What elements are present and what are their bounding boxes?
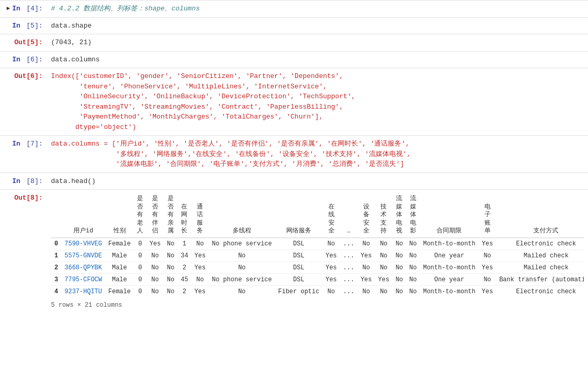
table-cell: 2 (177, 285, 191, 297)
cell-gutter-out-8: Out[8]: (0, 190, 47, 312)
table-cell: 7795-CFOCW (61, 273, 105, 285)
output-6-line-3: 'StreamingTV', 'StreamingMovies', 'Contr… (51, 102, 584, 112)
cell-in-5: In [5]: data.shape (0, 17, 588, 34)
in-label-4: In (12, 5, 20, 12)
col-header-phone: 通话服务 (191, 193, 209, 238)
table-cell: 2 (177, 262, 191, 273)
cell-gutter-out-5: Out[5]: (0, 34, 47, 51)
table-cell: Yes (357, 250, 375, 262)
table-cell: Mailed check (496, 262, 584, 273)
cell-out-8: Out[8]: 用户id 性别 是否有老人 是否有伴侣 是否有亲属 在网时长 (0, 189, 588, 312)
table-cell: Yes (479, 238, 496, 250)
output-6-line-4: 'PaymentMethod', 'MonthlyCharges', 'Tota… (51, 112, 584, 122)
table-cell: No (392, 285, 406, 297)
table-cell: No (209, 250, 275, 262)
run-arrow-4[interactable]: ▶ (7, 5, 10, 11)
cell-gutter-4: ▶ In [4]: (0, 1, 47, 17)
cell-content-out-8: 用户id 性别 是否有老人 是否有伴侣 是否有亲属 在网时长 通话服务 多线程 … (47, 190, 588, 312)
table-cell: Male (105, 262, 134, 273)
cell-in-8: In [8]: data.head() (0, 173, 588, 190)
table-cell: No (375, 238, 393, 250)
table-row: 49237-HQITUFemale0NoNo2YesNoFiber opticN… (51, 285, 584, 297)
table-cell: 0 (134, 238, 146, 250)
table-cell: Yes (375, 273, 393, 285)
table-cell: No (323, 238, 340, 250)
table-cell: Month-to-month (420, 238, 479, 250)
row-count: 5 rows × 21 columns (51, 302, 584, 309)
col-header-onlinesec: 在线安全 (323, 193, 340, 238)
table-cell: No (146, 250, 164, 262)
code-7-line-0: data.columns = ['用户id', '性别', '是否老人', '是… (51, 139, 584, 149)
col-header-internet: 网络服务 (275, 193, 322, 238)
table-cell: Yes (323, 262, 340, 273)
table-cell: Yes (357, 273, 375, 285)
output-5: (7043, 21) (51, 37, 584, 48)
cell-content-7: data.columns = ['用户id', '性别', '是否老人', '是… (47, 136, 588, 173)
table-cell: No (375, 262, 393, 273)
notebook: ▶ In [4]: # 4.2.2 数据结构、列标签：shape、columns… (0, 0, 588, 312)
table-cell: 0 (134, 250, 146, 262)
table-header-row: 用户id 性别 是否有老人 是否有伴侣 是否有亲属 在网时长 通话服务 多线程 … (51, 193, 584, 238)
table-cell: Yes (146, 238, 164, 250)
cell-gutter-8: In [8]: (0, 173, 47, 190)
table-cell: No (146, 273, 164, 285)
table-cell: No (191, 273, 209, 285)
cell-number-8: [8]: (22, 177, 43, 185)
col-header-multiline: 多线程 (209, 193, 275, 238)
table-cell: No (406, 250, 420, 262)
cell-gutter-5: In [5]: (0, 18, 47, 34)
table-cell: Female (105, 238, 134, 250)
cell-content-out-5: (7043, 21) (47, 34, 588, 51)
in-label-5: In (12, 22, 20, 30)
table-cell: 4 (51, 285, 61, 297)
cell-out-6: Out[6]: Index(['customerID', 'gender', '… (0, 68, 588, 135)
col-header-tech: 技术支持 (375, 193, 393, 238)
table-cell: One year (420, 273, 479, 285)
table-cell: 0 (134, 262, 146, 273)
col-header-dependents: 是否有亲属 (164, 193, 177, 238)
table-cell: No (357, 238, 375, 250)
code-comment-4: # 4.2.2 数据结构、列标签：shape、columns (51, 4, 584, 14)
table-cell: Yes (479, 262, 496, 273)
col-header-payment: 支付方式 (496, 193, 584, 238)
table-cell: ... (340, 238, 357, 250)
table-cell: Bank transfer (automatic) (496, 273, 584, 285)
table-cell: Male (105, 250, 134, 262)
table-cell: 2 (51, 262, 61, 273)
code-6: data.columns (51, 55, 584, 65)
table-cell: No phone service (209, 273, 275, 285)
table-cell: DSL (275, 273, 322, 285)
cell-out-5: Out[5]: (7043, 21) (0, 34, 588, 51)
table-cell: DSL (275, 250, 322, 262)
cell-gutter-out-6: Out[6]: (0, 68, 47, 135)
col-header-ellipsis: … (340, 193, 357, 238)
table-cell: 0 (134, 285, 146, 297)
cell-in-7: In [7]: data.columns = ['用户id', '性别', '是… (0, 135, 588, 173)
table-cell: No (392, 273, 406, 285)
cell-in-6: In [6]: data.columns (0, 51, 588, 68)
cell-content-4: # 4.2.2 数据结构、列标签：shape、columns (47, 1, 588, 17)
table-cell: 9237-HQITU (61, 285, 105, 297)
table-cell: 7590-VHVEG (61, 238, 105, 250)
table-cell: No (479, 273, 496, 285)
table-cell: No (209, 285, 275, 297)
table-cell: Yes (323, 273, 340, 285)
table-cell: 45 (177, 273, 191, 285)
table-cell: Yes (479, 285, 496, 297)
table-cell: Yes (191, 250, 209, 262)
col-header-senior: 是否有老人 (134, 193, 146, 238)
table-cell: Month-to-month (420, 285, 479, 297)
cell-in-4: ▶ In [4]: # 4.2.2 数据结构、列标签：shape、columns (0, 0, 588, 17)
cell-content-6: data.columns (47, 51, 588, 68)
table-cell: DSL (275, 238, 322, 250)
table-cell: No (392, 238, 406, 250)
table-cell: No (164, 250, 177, 262)
col-header-idx (51, 193, 61, 238)
col-header-tenure: 在网时长 (177, 193, 191, 238)
data-table: 用户id 性别 是否有老人 是否有伴侣 是否有亲属 在网时长 通话服务 多线程 … (51, 193, 584, 297)
data-table-container: 用户id 性别 是否有老人 是否有伴侣 是否有亲属 在网时长 通话服务 多线程 … (51, 193, 584, 309)
code-7-line-2: '流媒体电影', '合同期限', '电子账单','支付方式', '月消费', '… (51, 159, 584, 170)
cell-number-7: [7]: (22, 140, 43, 148)
output-6-line-0: Index(['customerID', 'gender', 'SeniorCi… (51, 71, 584, 82)
table-cell: DSL (275, 262, 322, 273)
